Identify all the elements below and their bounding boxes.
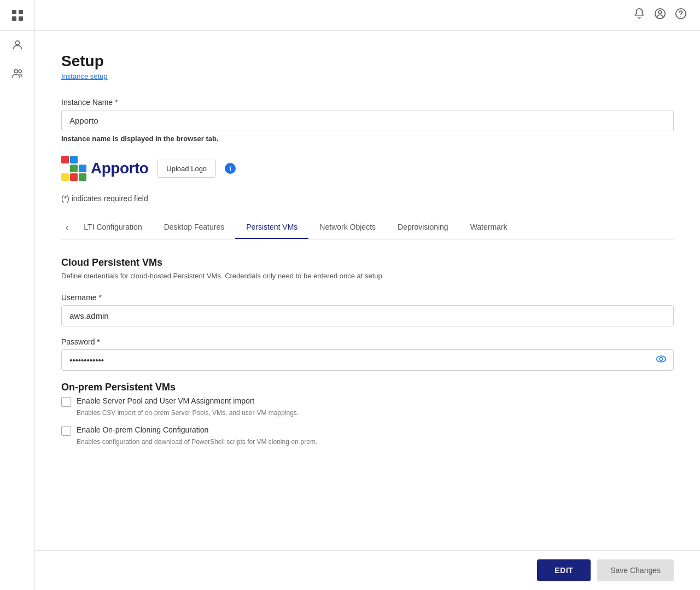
svg-point-8: [658, 11, 662, 14]
cloud-section-title: Cloud Persistent VMs: [61, 257, 674, 268]
save-changes-button[interactable]: Save Changes: [597, 559, 674, 581]
password-label: Password *: [61, 337, 674, 346]
action-bar: EDIT Save Changes: [35, 550, 700, 590]
logo-sq-2: [70, 156, 78, 163]
username-field-group: Username *: [61, 293, 674, 326]
logo-sq-5: [70, 165, 78, 172]
logo-text: Apporto: [91, 160, 148, 177]
svg-point-5: [14, 69, 18, 73]
upload-logo-button[interactable]: Upload Logo: [157, 160, 216, 178]
instance-name-field-group: Instance Name * Instance name is display…: [61, 98, 674, 143]
checkbox-2-hint: Enables configuration and download of Po…: [77, 438, 674, 446]
instance-name-hint: Instance name is displayed in the browse…: [61, 135, 674, 143]
instance-name-input[interactable]: [61, 110, 674, 131]
tabs-container: ‹ LTI Configuration Desktop Features Per…: [61, 216, 674, 239]
checkbox-2-label: Enable On-prem Cloning Configuration: [77, 425, 208, 434]
checkbox-row-1: Enable Server Pool and User VM Assignmen…: [61, 396, 674, 407]
nav-group-icon[interactable]: [0, 59, 35, 87]
svg-point-4: [15, 41, 19, 45]
enable-onprem-cloning-checkbox[interactable]: [61, 426, 71, 436]
logo-sq-7: [61, 173, 69, 181]
tab-persistent-vms[interactable]: Persistent VMs: [235, 216, 308, 239]
info-badge[interactable]: i: [225, 163, 236, 174]
checkbox-1-hint: Enables CSV import of on-prem Server Poo…: [77, 409, 674, 417]
tab-lti-configuration[interactable]: LTI Configuration: [73, 216, 153, 239]
svg-rect-3: [19, 16, 23, 21]
password-wrapper: [61, 349, 674, 371]
svg-rect-1: [19, 10, 23, 14]
page-body: Setup Instance setup Instance Name * Ins…: [61, 52, 674, 446]
page-title: Setup: [61, 52, 674, 70]
logo-sq-4: [61, 165, 69, 172]
enable-server-pool-checkbox[interactable]: [61, 397, 71, 407]
nav-user-icon[interactable]: [0, 31, 35, 59]
logo-sq-3: [79, 156, 86, 163]
password-field-group: Password *: [61, 337, 674, 371]
tab-prev-button[interactable]: ‹: [61, 216, 73, 239]
show-password-icon[interactable]: [655, 353, 667, 367]
logo-sq-9: [79, 173, 86, 181]
username-input[interactable]: [61, 305, 674, 326]
logo-squares: [61, 156, 86, 181]
password-input[interactable]: [61, 349, 674, 371]
checkbox-1-label: Enable Server Pool and User VM Assignmen…: [77, 396, 254, 405]
logo-image: Apporto: [61, 156, 148, 181]
tab-deprovisioning[interactable]: Deprovisioning: [387, 216, 459, 239]
top-bar: [35, 0, 700, 31]
svg-point-11: [657, 356, 666, 362]
svg-point-6: [18, 70, 21, 73]
edit-button[interactable]: EDIT: [537, 559, 591, 581]
logo-sq-6: [79, 165, 86, 172]
tab-desktop-features[interactable]: Desktop Features: [153, 216, 236, 239]
checkbox-group-1: Enable Server Pool and User VM Assignmen…: [61, 396, 674, 417]
svg-rect-2: [12, 16, 16, 21]
username-label: Username *: [61, 293, 674, 302]
cloud-section-desc: Define credentials for cloud-hosted Pers…: [61, 272, 674, 280]
breadcrumb[interactable]: Instance setup: [61, 72, 674, 80]
svg-point-10: [680, 16, 681, 16]
tab-watermark[interactable]: Watermark: [459, 216, 518, 239]
onprem-section-title: On-prem Persistent VMs: [61, 382, 674, 393]
checkbox-group-2: Enable On-prem Cloning Configuration Ena…: [61, 425, 674, 446]
logo-area: Apporto Upload Logo i: [61, 156, 674, 181]
help-icon[interactable]: [675, 8, 687, 22]
left-nav: [0, 0, 35, 590]
svg-point-12: [660, 357, 663, 360]
logo-sq-1: [61, 156, 69, 163]
top-bar-icons: [633, 8, 687, 22]
svg-rect-0: [12, 10, 16, 14]
required-note: (*) indicates required field: [61, 194, 674, 203]
tab-network-objects[interactable]: Network Objects: [308, 216, 387, 239]
main-content: Setup Instance setup Instance Name * Ins…: [35, 0, 700, 590]
logo-sq-8: [70, 173, 78, 181]
notification-icon[interactable]: [633, 8, 645, 22]
instance-name-label: Instance Name *: [61, 98, 674, 107]
account-icon[interactable]: [654, 8, 666, 22]
checkbox-row-2: Enable On-prem Cloning Configuration: [61, 425, 674, 436]
nav-grid-button[interactable]: [0, 0, 35, 31]
